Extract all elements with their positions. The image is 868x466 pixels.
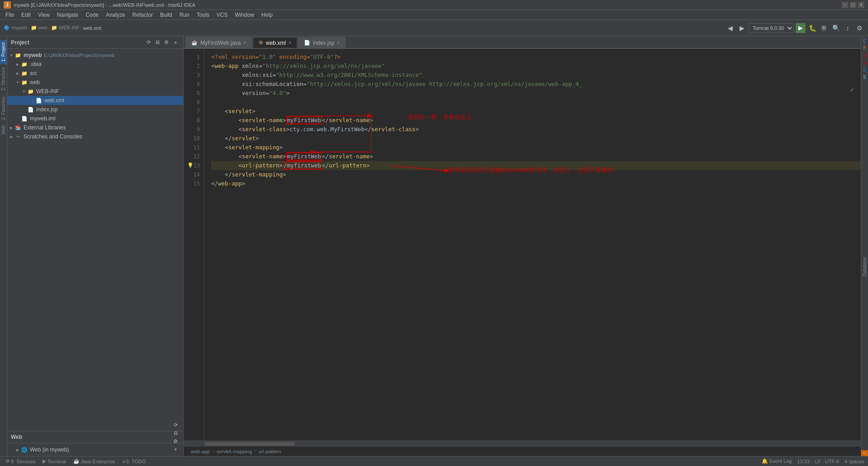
project-header: Project ⟳ ⊟ ⚙ × <box>7 36 183 49</box>
tab-webxml[interactable]: ⚙ web.xml × <box>253 37 297 48</box>
close-tab-webxml[interactable]: × <box>289 40 291 45</box>
firefox-icon[interactable]: F <box>863 45 866 51</box>
breadcrumb-item-web[interactable]: 📁 web <box>31 25 47 31</box>
git-button[interactable]: ↕ <box>843 23 853 33</box>
tree-item-webxml[interactable]: ▶ 📄 web.xml <box>7 96 183 105</box>
horizontal-scrollbar[interactable] <box>184 441 861 446</box>
tree-toggle-web-myweb[interactable]: ▶ <box>15 447 20 452</box>
status-java-enterprise[interactable]: ☕ Java Enterprise <box>71 458 117 464</box>
menu-analyze[interactable]: Analyze <box>102 11 129 19</box>
tab-myfirstweb[interactable]: ☕ MyFirstWeb.java × <box>185 37 252 48</box>
close-tab-myfirstweb[interactable]: × <box>243 40 246 45</box>
tree-item-web-in-myweb[interactable]: ▶ 🌐 Web (in myweb) <box>7 445 183 454</box>
webxml-file-icon: 📄 <box>35 97 43 104</box>
close-tab-indexjsp[interactable]: × <box>337 40 340 45</box>
web-sync-button[interactable]: ⟳ <box>171 421 180 429</box>
back-button[interactable]: ◀ <box>725 23 735 33</box>
project-tab[interactable]: 1: Project <box>0 40 7 64</box>
status-terminal[interactable]: ▶ Terminal <box>41 458 68 464</box>
menu-refactor[interactable]: Refactor <box>129 11 157 19</box>
tree-item-ext-libs[interactable]: ▶ 📚 External Libraries <box>7 123 183 132</box>
status-spaces[interactable]: 4 spaces <box>844 459 864 464</box>
safari-icon[interactable]: S <box>863 74 866 80</box>
breadcrumb-item-webxml[interactable]: web.xml <box>83 25 101 31</box>
settings-button[interactable]: ⚙ <box>854 23 864 33</box>
menu-code[interactable]: Code <box>82 11 102 19</box>
tree-item-indexjsp[interactable]: ▶ 📄 index.jsp <box>7 105 183 114</box>
code-editor[interactable]: 1 2 3 4 5 6 7 8 9 10 11 12 💡 13 1 <box>184 49 861 441</box>
menu-run[interactable]: Run <box>176 11 193 19</box>
tree-item-idea[interactable]: ▶ 📁 .idea <box>7 60 183 69</box>
run-config-select[interactable]: Tomcat 9.0.30 <box>749 23 794 33</box>
tree-item-webinf[interactable]: ▼ 📁 WEB-INF <box>7 87 183 96</box>
favorites-tab[interactable]: 2: Favorites <box>0 94 7 123</box>
code-line-5: version="4.0"> <box>211 89 861 98</box>
line-num-8: 8 <box>184 116 200 125</box>
tree-toggle-webinf[interactable]: ▼ <box>22 89 26 94</box>
minimize-button[interactable]: − <box>842 2 848 8</box>
search-everywhere-button[interactable]: 🔍 <box>831 23 841 33</box>
tree-toggle-extlibs[interactable]: ▶ <box>9 125 14 130</box>
collapse-all-button[interactable]: ⊟ <box>153 38 161 47</box>
database-panel-label[interactable]: Database <box>862 257 867 276</box>
h-scrollbar-thumb[interactable] <box>204 442 295 446</box>
tree-item-src[interactable]: ▶ 📁 src <box>7 69 183 78</box>
tree-item-myweb[interactable]: ▼ 📁 myweb E:\JAVAXX\IdeaProjects\myweb <box>7 51 183 60</box>
sync-button[interactable]: ⟳ <box>144 38 152 47</box>
breadcrumb-item-myweb[interactable]: 🔷 myweb <box>4 25 27 31</box>
tree-item-web[interactable]: ▼ 📁 web <box>7 78 183 87</box>
menu-tools[interactable]: Tools <box>193 11 213 19</box>
status-event-log[interactable]: 🔔 Event Log <box>762 458 792 464</box>
debug-button[interactable]: 🐛 <box>807 23 817 33</box>
settings-project-button[interactable]: ⚙ <box>162 38 171 47</box>
menu-window[interactable]: Window <box>231 11 258 19</box>
run-button[interactable]: ▶ <box>796 23 806 33</box>
menu-file[interactable]: File <box>2 11 18 19</box>
breadcrumb-item-webinf[interactable]: 📁 WEB-INF <box>51 25 80 31</box>
path-item-webapp[interactable]: web-app <box>191 449 210 454</box>
coverage-button[interactable]: ⛨ <box>819 23 829 33</box>
line-num-1: 1 <box>184 52 200 62</box>
app-icon: J <box>4 1 11 9</box>
feedback-tab[interactable]: ! <box>861 450 868 456</box>
tab-indexjsp[interactable]: 📄 index.jsp × <box>298 37 346 48</box>
path-item-url-pattern[interactable]: url-pattern <box>259 449 281 454</box>
edge-icon[interactable]: E <box>863 67 866 73</box>
maximize-button[interactable]: □ <box>850 2 856 8</box>
status-services[interactable]: ⚙ 8: Services <box>4 458 37 464</box>
tab-bar: ☕ MyFirstWeb.java × ⚙ web.xml × 📄 index.… <box>184 36 861 49</box>
tree-toggle-myweb[interactable]: ▼ <box>9 53 14 57</box>
tree-item-mywebiml[interactable]: ▶ 📄 myweb.iml <box>7 114 183 123</box>
path-item-servlet-mapping[interactable]: servlet-mapping <box>217 449 252 454</box>
tree-toggle-src[interactable]: ▶ <box>15 71 20 76</box>
line-num-11: 11 <box>184 143 200 152</box>
opera-icon[interactable]: O <box>863 52 866 58</box>
tree-item-scratches[interactable]: ▶ ✏ Scratches and Consoles <box>7 132 183 141</box>
code-line-1: <?xml version="1.0" encoding="UTF-8"?> <box>211 52 861 62</box>
code-line-10: </servlet> <box>211 134 861 143</box>
menu-view[interactable]: View <box>34 11 53 19</box>
menu-help[interactable]: Help <box>258 11 276 19</box>
tree-toggle-web[interactable]: ▼ <box>15 80 20 85</box>
web-tab[interactable]: Web <box>0 123 7 137</box>
menu-vcs[interactable]: VCS <box>213 11 232 19</box>
status-todo[interactable]: ≡ 6: TODO <box>120 459 147 464</box>
menu-build[interactable]: Build <box>157 11 176 19</box>
chrome-icon[interactable]: C <box>863 38 866 44</box>
menu-navigate[interactable]: Navigate <box>53 11 82 19</box>
tree-toggle-idea[interactable]: ▶ <box>15 62 20 67</box>
close-project-panel-button[interactable]: × <box>171 38 180 47</box>
web-collapse-button[interactable]: ⊟ <box>171 429 180 437</box>
forward-button[interactable]: ▶ <box>737 23 747 33</box>
line-num-4: 4 <box>184 80 200 89</box>
tree-label-idea: .idea <box>30 61 42 67</box>
web-folder-icon: 📁 <box>21 79 28 86</box>
menu-edit[interactable]: Edit <box>18 11 34 19</box>
toolbar-right: ◀ ▶ Tomcat 9.0.30 ▶ 🐛 ⛨ 🔍 ↕ ⚙ <box>725 23 864 33</box>
code-content[interactable]: <?xml version="1.0" encoding="UTF-8"?> <… <box>204 49 861 441</box>
editor-check-icon[interactable]: ✓ <box>850 85 854 94</box>
tree-toggle-scratches[interactable]: ▶ <box>9 134 14 139</box>
ie-icon[interactable]: e <box>863 60 866 66</box>
close-button[interactable]: × <box>858 2 864 8</box>
structure-tab[interactable]: Z: Structure <box>0 64 7 93</box>
